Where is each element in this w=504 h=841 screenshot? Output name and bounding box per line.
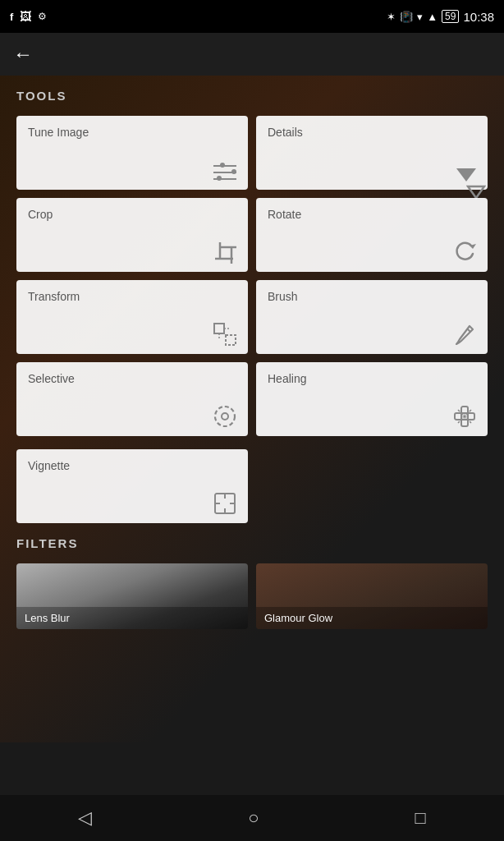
vignette-icon (28, 492, 236, 515)
filter-lens-blur[interactable]: Lens Blur (16, 563, 248, 629)
selective-label: Selective (28, 372, 236, 385)
top-nav: ← (0, 33, 504, 76)
tool-selective[interactable]: Selective (16, 362, 248, 436)
filters-section: FILTERS Lens Blur Glamour Glow (16, 536, 488, 629)
selective-icon (28, 405, 236, 428)
filter-lens-blur-label: Lens Blur (16, 607, 248, 629)
tool-crop[interactable]: Crop (16, 198, 248, 272)
crop-label: Crop (28, 208, 236, 221)
details-label: Details (268, 126, 476, 139)
svg-rect-7 (226, 335, 236, 345)
svg-point-11 (215, 407, 235, 426)
tools-grid: Tune Image Details Crop (16, 116, 488, 436)
svg-point-12 (222, 413, 228, 420)
nav-back-button[interactable]: ◁ (62, 801, 108, 835)
status-bar-left: f 🖼 ⚙ (10, 10, 382, 23)
brush-label: Brush (268, 290, 476, 303)
bluetooth-icon: ✶ (387, 11, 396, 23)
rotate-icon (268, 241, 476, 264)
tool-tune-image[interactable]: Tune Image (16, 116, 248, 190)
tool-vignette[interactable]: Vignette (16, 449, 248, 523)
tool-details[interactable]: Details (256, 116, 488, 190)
brush-icon (268, 323, 476, 346)
tool-healing[interactable]: Healing (256, 362, 488, 436)
filters-section-title: FILTERS (16, 536, 488, 550)
transform-label: Transform (28, 290, 236, 303)
vibrate-icon: 📳 (400, 11, 413, 23)
rotate-label: Rotate (268, 208, 476, 221)
filter-glamour-glow[interactable]: Glamour Glow (256, 563, 488, 629)
app-icon: ⚙ (38, 11, 47, 22)
healing-label: Healing (268, 372, 476, 385)
nav-home-button[interactable]: ○ (231, 801, 275, 835)
nav-recents-button[interactable]: □ (399, 801, 442, 835)
healing-icon (268, 405, 476, 428)
time: 10:38 (463, 10, 494, 24)
svg-rect-6 (214, 324, 224, 333)
tool-brush[interactable]: Brush (256, 280, 488, 354)
filters-row: Lens Blur Glamour Glow (16, 563, 488, 629)
facebook-icon: f (10, 11, 13, 23)
svg-line-10 (467, 329, 470, 332)
bottom-nav: ◁ ○ □ (0, 795, 504, 841)
svg-line-17 (458, 410, 471, 423)
back-button[interactable]: ← (13, 43, 33, 66)
details-icon (268, 168, 476, 182)
transform-icon (28, 323, 236, 346)
battery-level: 59 (442, 10, 459, 23)
image-icon: 🖼 (20, 10, 31, 23)
main-content: TOOLS Tune Image Details Crop (0, 76, 504, 642)
status-right: ✶ 📳 ▾ ▲ 59 10:38 (387, 10, 494, 24)
tools-section-title: TOOLS (16, 89, 488, 103)
vignette-label: Vignette (28, 459, 236, 472)
signal-icon: ▲ (427, 11, 438, 23)
svg-marker-0 (468, 186, 484, 198)
crop-icon (28, 242, 236, 264)
tune-image-icon (28, 163, 236, 182)
tune-image-label: Tune Image (28, 126, 236, 139)
filter-glamour-glow-label: Glamour Glow (256, 607, 488, 629)
tool-rotate[interactable]: Rotate (256, 198, 488, 272)
wifi-icon: ▾ (417, 11, 423, 23)
status-bar: f 🖼 ⚙ ✶ 📳 ▾ ▲ 59 10:38 (0, 0, 504, 33)
tool-transform[interactable]: Transform (16, 280, 248, 354)
